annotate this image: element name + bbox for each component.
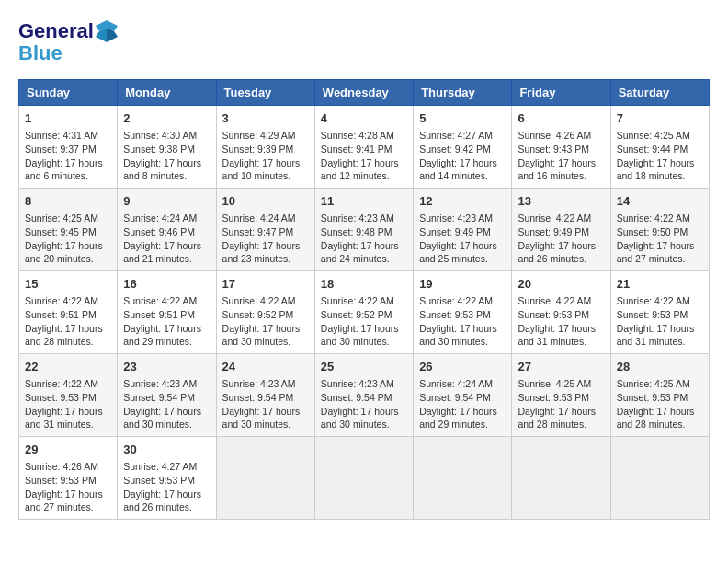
- day-number: 23: [123, 359, 210, 375]
- day-info: Daylight: 17 hours: [321, 405, 407, 419]
- day-info: Sunset: 9:53 PM: [25, 474, 111, 488]
- header-sunday: Sunday: [19, 80, 118, 106]
- day-info: Sunset: 9:44 PM: [617, 143, 703, 156]
- day-number: 13: [518, 193, 604, 210]
- day-number: 25: [321, 359, 407, 375]
- header-friday: Friday: [512, 80, 610, 106]
- day-info: Daylight: 17 hours: [518, 239, 604, 253]
- calendar-cell: 20Sunrise: 4:22 AMSunset: 9:53 PMDayligh…: [512, 271, 610, 354]
- calendar-cell: 21Sunrise: 4:22 AMSunset: 9:53 PMDayligh…: [610, 271, 709, 354]
- day-number: 18: [321, 276, 407, 293]
- calendar-cell: 22Sunrise: 4:22 AMSunset: 9:53 PMDayligh…: [19, 354, 118, 437]
- day-number: 30: [123, 442, 210, 458]
- calendar-cell: 15Sunrise: 4:22 AMSunset: 9:51 PMDayligh…: [19, 271, 118, 354]
- day-info: and 14 minutes.: [419, 169, 506, 183]
- calendar-cell: [314, 436, 413, 519]
- calendar-table: SundayMondayTuesdayWednesdayThursdayFrid…: [18, 79, 710, 520]
- day-info: Daylight: 17 hours: [321, 322, 407, 336]
- day-info: and 29 minutes.: [123, 335, 210, 349]
- day-info: Sunset: 9:37 PM: [25, 143, 111, 156]
- day-number: 3: [222, 110, 309, 127]
- day-info: Sunset: 9:51 PM: [25, 308, 111, 322]
- day-number: 14: [617, 193, 703, 210]
- day-info: Sunrise: 4:22 AM: [518, 294, 604, 308]
- calendar-cell: 29Sunrise: 4:26 AMSunset: 9:53 PMDayligh…: [19, 436, 118, 519]
- day-info: Sunset: 9:45 PM: [25, 225, 111, 239]
- day-info: Daylight: 17 hours: [518, 156, 604, 170]
- day-info: Sunrise: 4:22 AM: [222, 294, 309, 308]
- calendar-cell: 9Sunrise: 4:24 AMSunset: 9:46 PMDaylight…: [118, 189, 216, 271]
- day-info: Sunrise: 4:25 AM: [617, 377, 703, 391]
- calendar-header-row: SundayMondayTuesdayWednesdayThursdayFrid…: [19, 80, 710, 106]
- day-info: Daylight: 17 hours: [222, 322, 309, 336]
- calendar-cell: 27Sunrise: 4:25 AMSunset: 9:53 PMDayligh…: [512, 354, 610, 437]
- day-info: and 31 minutes.: [518, 335, 604, 349]
- day-info: Sunrise: 4:22 AM: [321, 294, 407, 308]
- calendar-cell: 2Sunrise: 4:30 AMSunset: 9:38 PMDaylight…: [118, 106, 216, 189]
- calendar-cell: [414, 436, 512, 519]
- day-number: 16: [123, 276, 210, 293]
- day-info: Sunrise: 4:29 AM: [222, 129, 309, 143]
- page-header: General Blue: [18, 18, 710, 64]
- day-info: and 27 minutes.: [25, 500, 111, 514]
- day-info: Sunset: 9:51 PM: [123, 308, 210, 322]
- calendar-cell: 18Sunrise: 4:22 AMSunset: 9:52 PMDayligh…: [314, 271, 413, 354]
- day-info: and 20 minutes.: [25, 252, 111, 266]
- day-info: Sunset: 9:46 PM: [123, 225, 210, 239]
- day-info: and 26 minutes.: [518, 252, 604, 266]
- day-info: and 16 minutes.: [518, 169, 604, 183]
- day-info: Daylight: 17 hours: [617, 156, 703, 170]
- day-number: 1: [25, 110, 111, 127]
- calendar-week-2: 8Sunrise: 4:25 AMSunset: 9:45 PMDaylight…: [19, 189, 710, 271]
- day-number: 28: [617, 359, 703, 375]
- calendar-week-5: 29Sunrise: 4:26 AMSunset: 9:53 PMDayligh…: [19, 436, 710, 519]
- logo-blue: Blue: [18, 42, 119, 64]
- calendar-cell: 12Sunrise: 4:23 AMSunset: 9:49 PMDayligh…: [414, 189, 512, 271]
- calendar-cell: 19Sunrise: 4:22 AMSunset: 9:53 PMDayligh…: [414, 271, 512, 354]
- day-info: Daylight: 17 hours: [419, 322, 506, 336]
- calendar-cell: 8Sunrise: 4:25 AMSunset: 9:45 PMDaylight…: [19, 189, 118, 271]
- day-info: Daylight: 17 hours: [617, 239, 703, 253]
- day-info: Sunset: 9:53 PM: [25, 391, 111, 405]
- day-number: 12: [419, 193, 506, 210]
- day-info: Sunrise: 4:23 AM: [321, 377, 407, 391]
- day-info: Sunrise: 4:26 AM: [518, 129, 604, 143]
- calendar-cell: 17Sunrise: 4:22 AMSunset: 9:52 PMDayligh…: [216, 271, 314, 354]
- day-info: Sunset: 9:53 PM: [617, 308, 703, 322]
- day-info: and 25 minutes.: [419, 252, 506, 266]
- day-info: Daylight: 17 hours: [419, 156, 506, 170]
- calendar-cell: 5Sunrise: 4:27 AMSunset: 9:42 PMDaylight…: [414, 106, 512, 189]
- logo-bird-icon: [94, 18, 119, 44]
- logo-container: General Blue: [18, 18, 119, 64]
- day-info: Sunrise: 4:28 AM: [321, 129, 407, 143]
- day-info: and 30 minutes.: [321, 335, 407, 349]
- day-info: and 30 minutes.: [419, 335, 506, 349]
- day-info: Daylight: 17 hours: [123, 488, 210, 501]
- day-number: 2: [123, 110, 210, 127]
- day-info: Sunset: 9:38 PM: [123, 143, 210, 156]
- day-info: Daylight: 17 hours: [321, 156, 407, 170]
- day-info: and 31 minutes.: [617, 335, 703, 349]
- day-info: Sunrise: 4:23 AM: [123, 377, 210, 391]
- day-info: and 30 minutes.: [222, 418, 309, 431]
- day-info: and 26 minutes.: [123, 500, 210, 514]
- day-info: Daylight: 17 hours: [123, 239, 210, 253]
- day-number: 19: [419, 276, 506, 293]
- day-number: 4: [321, 110, 407, 127]
- day-info: and 12 minutes.: [321, 169, 407, 183]
- day-info: Daylight: 17 hours: [25, 156, 111, 170]
- day-info: and 31 minutes.: [25, 418, 111, 431]
- day-info: and 8 minutes.: [123, 169, 210, 183]
- day-number: 8: [25, 193, 111, 210]
- day-info: Sunrise: 4:23 AM: [321, 212, 407, 225]
- day-info: and 30 minutes.: [123, 418, 210, 431]
- day-info: and 28 minutes.: [617, 418, 703, 431]
- day-info: Sunrise: 4:22 AM: [123, 294, 210, 308]
- day-info: and 23 minutes.: [222, 252, 309, 266]
- day-number: 21: [617, 276, 703, 293]
- day-number: 22: [25, 359, 111, 375]
- day-info: Sunrise: 4:22 AM: [518, 212, 604, 225]
- calendar-cell: 23Sunrise: 4:23 AMSunset: 9:54 PMDayligh…: [118, 354, 216, 437]
- header-wednesday: Wednesday: [314, 80, 413, 106]
- day-info: Sunrise: 4:24 AM: [419, 377, 506, 391]
